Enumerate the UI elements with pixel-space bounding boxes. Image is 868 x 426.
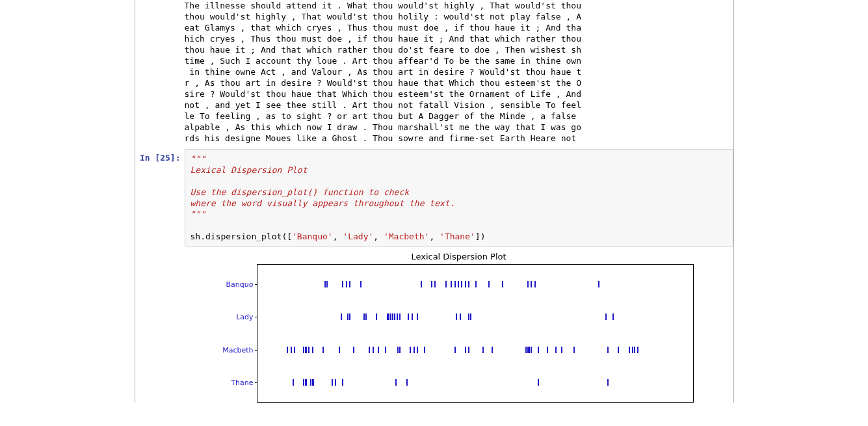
dispersion-mark [458,281,459,287]
dispersion-mark [326,281,328,287]
output-text-cell: The illnesse should attend it . What tho… [135,0,733,149]
dispersion-mark [388,313,389,320]
dispersion-mark [470,313,471,320]
dispersion-mark [451,281,452,287]
dispersion-mark [618,347,619,353]
output-text: The illnesse should attend it . What tho… [185,0,733,149]
dispersion-mark [538,379,539,386]
dispersion-mark [607,379,609,386]
dispersion-mark [414,347,415,353]
plot-title: Lexical Dispersion Plot [185,252,733,261]
dispersion-mark [417,347,418,353]
dispersion-mark [612,313,614,320]
dispersion-mark [313,379,314,386]
dispersion-mark [349,281,350,287]
dispersion-mark [502,281,503,287]
dispersion-mark [360,281,362,287]
dispersion-mark [335,379,336,386]
dispersion-mark [378,347,379,353]
dispersion-mark [390,313,391,320]
dispersion-mark [373,347,374,353]
dispersion-mark [291,347,292,353]
dispersion-mark [632,347,633,353]
dispersion-mark [468,281,469,287]
dispersion-mark [312,347,313,353]
dispersion-mark [397,347,399,353]
dispersion-mark [341,313,342,320]
dispersion-mark [538,347,539,353]
dispersion-mark [339,347,340,353]
dispersion-mark [342,379,343,386]
dispersion-mark [454,347,456,353]
dispersion-mark [406,379,408,386]
ytick-label: Macbeth [222,345,253,354]
dispersion-mark [527,281,529,287]
dispersion-mark [306,347,307,353]
dispersion-mark [634,347,635,353]
dispersion-mark [598,281,599,287]
dispersion-mark [445,281,447,287]
dispersion-mark [308,347,309,353]
dispersion-mark [363,313,365,320]
dispersion-mark [629,347,630,353]
dispersion-mark [424,347,425,353]
dispersion-mark [555,347,557,353]
code-input-area[interactable]: """ Lexical Dispersion Plot Use the disp… [185,149,733,246]
dispersion-mark [332,379,333,386]
dispersion-mark [488,281,490,287]
input-prompt: In [25]: [135,149,185,246]
dispersion-mark [434,281,436,287]
dispersion-mark [531,347,532,353]
dispersion-mark [303,379,304,386]
dispersion-mark [293,379,294,386]
dispersion-mark [346,281,347,287]
dispersion-mark [456,313,457,320]
ytick-label: Thane [231,379,253,387]
dispersion-mark [306,379,307,386]
dispersion-mark [482,347,484,353]
plot-output: Lexical Dispersion Plot BanquoLadyMacbet… [135,246,733,403]
dispersion-mark [637,347,638,353]
dispersion-mark [454,281,456,287]
plot-area: BanquoLadyMacbethThane050001000015000200… [257,264,694,403]
dispersion-mark [394,313,395,320]
dispersion-mark [412,313,413,320]
dispersion-mark [387,313,388,320]
dispersion-mark [431,281,432,287]
dispersion-mark [397,313,398,320]
dispersion-mark [310,379,311,386]
dispersion-mark [399,313,401,320]
dispersion-mark [468,347,469,353]
code-cell: In [25]: """ Lexical Dispersion Plot Use… [135,149,733,246]
dispersion-mark [294,347,295,353]
dispersion-mark [561,347,562,353]
dispersion-mark [573,347,575,353]
dispersion-mark [465,347,466,353]
dispersion-mark [349,313,350,320]
dispersion-mark [303,347,304,353]
dispersion-mark [392,313,393,320]
dispersion-mark [468,313,469,320]
dispersion-mark [547,347,548,353]
dispersion-mark [534,281,536,287]
dispersion-mark [342,281,343,287]
dispersion-mark [527,347,529,353]
dispersion-mark [492,347,493,353]
dispersion-mark [347,313,349,320]
dispersion-mark [410,347,411,353]
dispersion-mark [421,281,422,287]
dispersion-mark [395,379,397,386]
ytick-label: Lady [236,313,253,321]
dispersion-mark [369,347,370,353]
dispersion-mark [353,347,354,353]
dispersion-mark [461,281,462,287]
dispersion-mark [460,313,461,320]
dispersion-mark [385,347,386,353]
dispersion-mark [287,347,288,353]
dispersion-mark [376,313,377,320]
dispersion-mark [417,313,418,320]
dispersion-mark [399,347,401,353]
dispersion-mark [322,347,324,353]
dispersion-mark [529,347,530,353]
dispersion-mark [408,313,409,320]
